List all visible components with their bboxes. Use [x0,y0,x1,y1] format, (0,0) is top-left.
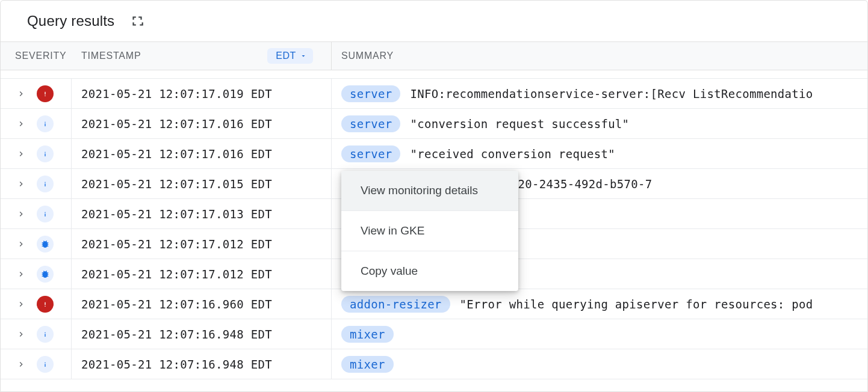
summary-message: INFO:recommendationservice-server:[Recv … [410,87,813,100]
severity-info-icon [37,176,54,192]
timestamp-label[interactable]: TIMESTAMP [81,51,141,61]
cell-summary: server"received conversion request" [332,145,867,162]
log-row[interactable]: 2021-05-21 12:07:17.016 EDTserver"receiv… [1,139,867,169]
cell-timestamp: 2021-05-21 12:07:17.013 EDT [72,199,332,228]
severity-info-icon [37,206,54,222]
severity-info-icon [37,356,54,373]
log-row[interactable]: 2021-05-21 12:07:17.019 EDTserverINFO:re… [1,79,867,109]
log-row[interactable]: 2021-05-21 12:07:17.016 EDTserver"conver… [1,109,867,139]
cell-timestamp: 2021-05-21 12:07:16.948 EDT [72,319,332,349]
summary-tag[interactable]: addon-resizer [341,296,450,313]
cell-severity [1,109,72,138]
summary-message: "Error while querying apiserver for reso… [460,298,813,311]
context-menu: View monitoring details View in GKE Copy… [341,171,518,291]
cell-severity [1,79,72,108]
cell-summary: serverINFO:recommendationservice-server:… [332,85,867,102]
summary-message: "conversion request successful" [410,117,629,130]
menu-item-view-monitoring[interactable]: View monitoring details [341,171,518,211]
cell-timestamp: 2021-05-21 12:07:16.960 EDT [72,289,332,319]
cell-severity [1,289,72,319]
cell-timestamp: 2021-05-21 12:07:17.012 EDT [72,259,332,289]
panel-title: Query results [27,13,114,29]
expand-icon[interactable] [15,238,27,250]
log-row-partial [1,70,867,79]
log-row[interactable]: 2021-05-21 12:07:16.948 EDTmixer [1,319,867,349]
log-row[interactable]: 2021-05-21 12:07:16.948 EDTmixer [1,349,867,379]
cell-summary: addon-resizer"Error while querying apise… [332,296,867,313]
severity-debug-icon [37,236,54,253]
expand-icon[interactable] [15,208,27,220]
severity-info-icon [37,115,54,132]
menu-item-copy-value[interactable]: Copy value [341,251,518,291]
expand-icon[interactable] [15,358,27,370]
cell-severity [1,349,72,379]
cell-summary: mixer [332,356,867,373]
log-row[interactable]: 2021-05-21 12:07:16.960 EDTaddon-resizer… [1,289,867,319]
cell-timestamp: 2021-05-21 12:07:17.012 EDT [72,229,332,259]
column-header-severity[interactable]: SEVERITY [1,51,72,61]
cell-severity [1,229,72,259]
summary-message: "received conversion request" [410,147,615,161]
summary-tag[interactable]: mixer [341,356,394,373]
summary-tag[interactable]: server [341,145,400,162]
column-header-timestamp: TIMESTAMP EDT [72,42,332,70]
expand-icon[interactable] [15,178,27,190]
expand-icon[interactable] [15,298,27,310]
query-results-panel: Query results SEVERITY TIMESTAMP EDT SUM… [0,0,868,392]
summary-tag[interactable]: server [341,85,400,102]
cell-severity [1,259,72,289]
cell-severity [1,199,72,228]
menu-item-view-gke[interactable]: View in GKE [341,211,518,251]
summary-tag[interactable]: server [341,115,400,132]
timezone-selector[interactable]: EDT [267,48,313,64]
severity-error-icon [37,85,54,102]
expand-icon[interactable] [15,148,27,160]
chevron-down-icon [300,52,307,60]
severity-error-icon [37,296,54,313]
cell-timestamp: 2021-05-21 12:07:17.016 EDT [72,109,332,138]
severity-info-icon [37,326,54,343]
expand-icon[interactable] [15,88,27,100]
expand-icon[interactable] [15,328,27,340]
cell-severity [1,319,72,349]
expand-icon[interactable] [15,118,27,130]
expand-icon[interactable] [15,268,27,280]
cell-summary: server"conversion request successful" [332,115,867,132]
fullscreen-icon[interactable] [129,13,146,29]
cell-timestamp: 2021-05-21 12:07:17.016 EDT [72,139,332,168]
cell-summary: mixer [332,326,867,343]
cell-severity [1,139,72,168]
summary-tag[interactable]: mixer [341,326,394,343]
cell-timestamp: 2021-05-21 12:07:17.019 EDT [72,79,332,108]
table-header: SEVERITY TIMESTAMP EDT SUMMARY [1,41,867,70]
cell-timestamp: 2021-05-21 12:07:17.015 EDT [72,169,332,198]
column-header-summary[interactable]: SUMMARY [332,51,867,61]
timezone-label: EDT [276,51,296,61]
cell-severity [1,169,72,198]
panel-header: Query results [1,1,867,41]
severity-info-icon [37,145,54,162]
severity-debug-icon [37,266,54,283]
cell-timestamp: 2021-05-21 12:07:16.948 EDT [72,349,332,379]
